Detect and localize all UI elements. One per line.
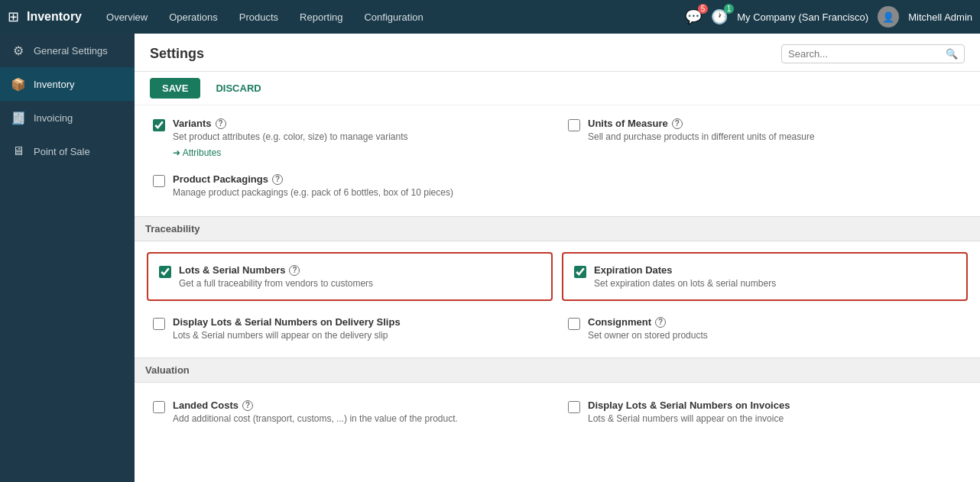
top-nav: ⊞ Inventory Overview Operations Products… — [0, 0, 980, 34]
packagings-help-icon[interactable]: ? — [272, 174, 283, 185]
user-avatar[interactable]: 👤 — [878, 6, 899, 27]
traceability-section: Lots & Serial Numbers ? Get a full trace… — [135, 247, 980, 351]
display-lots-invoices-content: Display Lots & Serial Numbers on Invoice… — [588, 400, 790, 424]
display-lots-delivery-checkbox[interactable] — [153, 318, 165, 330]
save-button[interactable]: SAVE — [150, 78, 200, 99]
packagings-title: Product Packagings ? — [173, 173, 453, 185]
nav-links: Overview Operations Products Reporting C… — [97, 7, 685, 27]
lots-desc: Get a full traceability from vendors to … — [179, 278, 373, 289]
consignment-title: Consignment ? — [588, 316, 708, 328]
packagings-item: Product Packagings ? Manage product pack… — [142, 170, 557, 210]
units-item: Units of Measure ? Sell and purchase pro… — [557, 105, 972, 170]
packagings-content: Product Packagings ? Manage product pack… — [173, 173, 453, 198]
display-lots-invoices-desc: Lots & Serial numbers will appear on the… — [588, 413, 790, 424]
expiration-checkbox[interactable] — [574, 266, 586, 278]
expiration-content: Expiration Dates Set expiration dates on… — [594, 264, 776, 289]
units-title: Units of Measure ? — [588, 118, 815, 129]
invoicing-icon: 🧾 — [11, 110, 26, 125]
variants-help-icon[interactable]: ? — [216, 118, 226, 129]
discard-button[interactable]: DISCARD — [208, 78, 268, 99]
chat-count: 5 — [698, 4, 709, 14]
search-input[interactable] — [788, 48, 941, 60]
expiration-item: Expiration Dates Set expiration dates on… — [562, 252, 968, 301]
consignment-help-icon[interactable]: ? — [655, 317, 666, 328]
sidebar-label-inventory: Inventory — [34, 79, 74, 90]
content-area: Settings 🔍 SAVE DISCARD — [135, 34, 980, 482]
products-section: Variants ? Set product attributes (e.g. … — [135, 105, 980, 210]
consignment-desc: Set owner on stored products — [588, 330, 708, 341]
nav-products[interactable]: Products — [230, 7, 287, 27]
units-desc: Sell and purchase products in different … — [588, 131, 815, 142]
landed-costs-title: Landed Costs ? — [173, 400, 458, 411]
lots-checkbox[interactable] — [159, 266, 171, 278]
variants-title: Variants ? — [173, 118, 408, 129]
display-lots-delivery-item: Display Lots & Serial Numbers on Deliver… — [142, 306, 557, 351]
settings-body: Variants ? Set product attributes (e.g. … — [135, 105, 980, 482]
gear-icon: ⚙ — [11, 43, 26, 58]
sidebar-label-pos: Point of Sale — [34, 146, 90, 157]
landed-costs-desc: Add additional cost (transport, customs,… — [173, 413, 458, 424]
display-lots-delivery-content: Display Lots & Serial Numbers on Deliver… — [173, 316, 401, 341]
app-grid-icon[interactable]: ⊞ — [8, 8, 19, 25]
landed-costs-checkbox[interactable] — [153, 401, 165, 413]
sidebar-item-point-of-sale[interactable]: 🖥 Point of Sale — [0, 134, 135, 168]
landed-costs-item: Landed Costs ? Add additional cost (tran… — [142, 389, 557, 435]
landed-costs-content: Landed Costs ? Add additional cost (tran… — [173, 400, 458, 424]
search-box[interactable]: 🔍 — [781, 44, 965, 63]
consignment-checkbox[interactable] — [568, 318, 580, 330]
main-area: ⚙ General Settings 📦 Inventory 🧾 Invoici… — [0, 34, 980, 482]
sidebar-item-invoicing[interactable]: 🧾 Invoicing — [0, 101, 135, 134]
nav-overview[interactable]: Overview — [97, 7, 157, 27]
display-lots-invoices-item: Display Lots & Serial Numbers on Invoice… — [557, 389, 972, 435]
valuation-grid: Landed Costs ? Add additional cost (tran… — [142, 389, 972, 435]
chat-badge[interactable]: 💬 5 — [685, 8, 702, 25]
traceability-grid: Lots & Serial Numbers ? Get a full trace… — [142, 247, 972, 351]
user-name[interactable]: Mitchell Admin — [908, 11, 972, 23]
variants-item: Variants ? Set product attributes (e.g. … — [142, 105, 557, 170]
clock-count: 1 — [724, 4, 735, 14]
lots-title: Lots & Serial Numbers ? — [179, 264, 373, 276]
expiration-title: Expiration Dates — [594, 264, 776, 276]
valuation-separator: Valuation — [135, 357, 980, 383]
app-name: Inventory — [27, 10, 82, 24]
variants-checkbox[interactable] — [153, 119, 165, 131]
settings-header: Settings 🔍 — [135, 34, 980, 72]
units-help-icon[interactable]: ? — [672, 118, 683, 129]
sidebar-item-inventory[interactable]: 📦 Inventory — [0, 67, 135, 101]
packagings-desc: Manage product packagings (e.g. pack of … — [173, 187, 453, 198]
company-name[interactable]: My Company (San Francisco) — [737, 11, 868, 23]
nav-reporting[interactable]: Reporting — [290, 7, 352, 27]
products-grid: Variants ? Set product attributes (e.g. … — [142, 105, 972, 210]
lots-help-icon[interactable]: ? — [289, 265, 300, 276]
display-lots-delivery-title: Display Lots & Serial Numbers on Deliver… — [173, 316, 401, 328]
search-icon: 🔍 — [946, 48, 958, 60]
display-lots-delivery-desc: Lots & Serial numbers will appear on the… — [173, 330, 401, 341]
expiration-desc: Set expiration dates on lots & serial nu… — [594, 278, 776, 289]
sidebar-label-general-settings: General Settings — [34, 45, 108, 57]
action-bar: SAVE DISCARD — [135, 72, 980, 105]
inventory-icon: 📦 — [11, 76, 26, 92]
display-lots-invoices-title: Display Lots & Serial Numbers on Invoice… — [588, 400, 790, 411]
traceability-separator: Traceability — [135, 216, 980, 241]
consignment-content: Consignment ? Set owner on stored produc… — [588, 316, 708, 341]
variants-content: Variants ? Set product attributes (e.g. … — [173, 118, 408, 158]
clock-badge[interactable]: 🕐 1 — [711, 8, 728, 25]
nav-right: 💬 5 🕐 1 My Company (San Francisco) 👤 Mit… — [685, 6, 972, 27]
units-content: Units of Measure ? Sell and purchase pro… — [588, 118, 815, 142]
page-title: Settings — [150, 46, 204, 62]
units-checkbox[interactable] — [568, 119, 580, 131]
pos-icon: 🖥 — [11, 144, 26, 159]
sidebar-label-invoicing: Invoicing — [34, 112, 73, 124]
variants-desc: Set product attributes (e.g. color, size… — [173, 131, 408, 142]
attributes-link[interactable]: ➜ Attributes — [173, 147, 408, 158]
sidebar-item-general-settings[interactable]: ⚙ General Settings — [0, 34, 135, 67]
valuation-section: Landed Costs ? Add additional cost (tran… — [135, 389, 980, 435]
display-lots-invoices-checkbox[interactable] — [568, 401, 580, 413]
nav-configuration[interactable]: Configuration — [355, 7, 432, 27]
landed-costs-help-icon[interactable]: ? — [242, 400, 253, 411]
nav-operations[interactable]: Operations — [160, 7, 227, 27]
lots-content: Lots & Serial Numbers ? Get a full trace… — [179, 264, 373, 289]
lots-item: Lots & Serial Numbers ? Get a full trace… — [147, 252, 553, 301]
packagings-checkbox[interactable] — [153, 175, 165, 187]
sidebar: ⚙ General Settings 📦 Inventory 🧾 Invoici… — [0, 34, 135, 482]
